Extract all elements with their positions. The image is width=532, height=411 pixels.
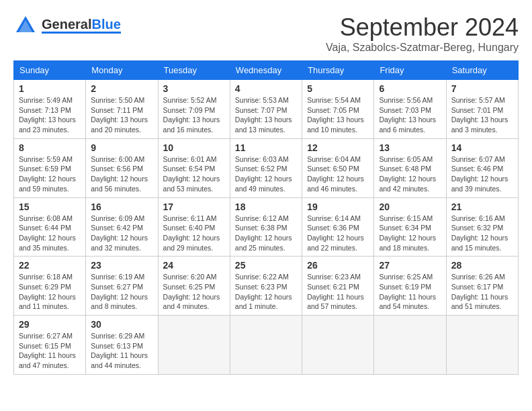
calendar-cell: 28Sunrise: 6:26 AM Sunset: 6:17 PM Dayli… [446, 257, 518, 316]
day-number: 1 [19, 83, 81, 94]
calendar-cell: 30Sunrise: 6:29 AM Sunset: 6:13 PM Dayli… [86, 316, 158, 375]
calendar-cell: 13Sunrise: 6:05 AM Sunset: 6:48 PM Dayli… [374, 138, 446, 197]
day-number: 22 [19, 260, 81, 271]
header-monday: Monday [86, 61, 158, 80]
calendar-cell: 22Sunrise: 6:18 AM Sunset: 6:29 PM Dayli… [14, 257, 86, 316]
calendar-cell: 1Sunrise: 5:49 AM Sunset: 7:13 PM Daylig… [14, 80, 86, 139]
logo-underline [42, 32, 121, 34]
calendar-row: 1Sunrise: 5:49 AM Sunset: 7:13 PM Daylig… [14, 80, 519, 139]
calendar-cell [302, 316, 374, 375]
day-info: Sunrise: 6:14 AM Sunset: 6:36 PM Dayligh… [307, 214, 369, 253]
day-number: 15 [19, 201, 81, 212]
calendar-cell [158, 316, 230, 375]
calendar-row: 22Sunrise: 6:18 AM Sunset: 6:29 PM Dayli… [14, 257, 519, 316]
calendar-cell: 25Sunrise: 6:22 AM Sunset: 6:23 PM Dayli… [230, 257, 302, 316]
day-number: 26 [307, 260, 369, 271]
day-info: Sunrise: 5:50 AM Sunset: 7:11 PM Dayligh… [91, 95, 152, 135]
day-info: Sunrise: 6:16 AM Sunset: 6:32 PM Dayligh… [451, 214, 513, 253]
calendar-cell: 27Sunrise: 6:25 AM Sunset: 6:19 PM Dayli… [374, 257, 446, 316]
day-info: Sunrise: 6:12 AM Sunset: 6:38 PM Dayligh… [235, 214, 297, 253]
page-header: GeneralBlue September 2024 Vaja, Szabolc… [13, 13, 519, 54]
day-number: 25 [235, 260, 297, 271]
day-info: Sunrise: 6:19 AM Sunset: 6:27 PM Dayligh… [91, 272, 152, 312]
calendar-row: 15Sunrise: 6:08 AM Sunset: 6:44 PM Dayli… [14, 197, 519, 257]
day-number: 4 [235, 83, 297, 94]
day-number: 20 [379, 201, 441, 212]
calendar-row: 8Sunrise: 5:59 AM Sunset: 6:59 PM Daylig… [14, 138, 519, 197]
day-info: Sunrise: 6:15 AM Sunset: 6:34 PM Dayligh… [379, 214, 441, 253]
day-info: Sunrise: 5:56 AM Sunset: 7:03 PM Dayligh… [379, 95, 441, 135]
header-tuesday: Tuesday [158, 61, 230, 80]
day-number: 11 [235, 142, 297, 153]
calendar-cell: 4Sunrise: 5:53 AM Sunset: 7:07 PM Daylig… [230, 80, 302, 139]
day-info: Sunrise: 6:04 AM Sunset: 6:50 PM Dayligh… [307, 154, 369, 194]
logo-general-text: General [42, 17, 91, 32]
day-info: Sunrise: 6:22 AM Sunset: 6:23 PM Dayligh… [235, 272, 297, 312]
calendar-cell: 12Sunrise: 6:04 AM Sunset: 6:50 PM Dayli… [302, 138, 374, 197]
day-info: Sunrise: 6:23 AM Sunset: 6:21 PM Dayligh… [307, 272, 369, 312]
day-info: Sunrise: 6:09 AM Sunset: 6:42 PM Dayligh… [91, 214, 152, 253]
calendar-cell: 19Sunrise: 6:14 AM Sunset: 6:36 PM Dayli… [302, 197, 374, 257]
day-info: Sunrise: 5:52 AM Sunset: 7:09 PM Dayligh… [163, 95, 225, 135]
calendar-cell: 16Sunrise: 6:09 AM Sunset: 6:42 PM Dayli… [86, 197, 158, 257]
header-wednesday: Wednesday [230, 61, 302, 80]
calendar-cell: 8Sunrise: 5:59 AM Sunset: 6:59 PM Daylig… [14, 138, 86, 197]
calendar-cell: 21Sunrise: 6:16 AM Sunset: 6:32 PM Dayli… [446, 197, 518, 257]
month-title: September 2024 [326, 13, 519, 42]
day-number: 17 [163, 201, 225, 212]
day-number: 29 [19, 319, 81, 330]
calendar-cell: 20Sunrise: 6:15 AM Sunset: 6:34 PM Dayli… [374, 197, 446, 257]
calendar-cell: 7Sunrise: 5:57 AM Sunset: 7:01 PM Daylig… [446, 80, 518, 139]
calendar-cell: 5Sunrise: 5:54 AM Sunset: 7:05 PM Daylig… [302, 80, 374, 139]
day-info: Sunrise: 6:18 AM Sunset: 6:29 PM Dayligh… [19, 272, 81, 312]
header-sunday: Sunday [14, 61, 86, 80]
calendar-cell: 6Sunrise: 5:56 AM Sunset: 7:03 PM Daylig… [374, 80, 446, 139]
day-info: Sunrise: 5:59 AM Sunset: 6:59 PM Dayligh… [19, 154, 81, 194]
logo-icon [13, 13, 38, 38]
day-info: Sunrise: 6:11 AM Sunset: 6:40 PM Dayligh… [163, 214, 225, 253]
day-number: 10 [163, 142, 225, 153]
weekday-header-row: Sunday Monday Tuesday Wednesday Thursday… [14, 61, 519, 80]
day-number: 16 [91, 201, 152, 212]
calendar-cell: 3Sunrise: 5:52 AM Sunset: 7:09 PM Daylig… [158, 80, 230, 139]
day-number: 5 [307, 83, 369, 94]
calendar-cell: 14Sunrise: 6:07 AM Sunset: 6:46 PM Dayli… [446, 138, 518, 197]
calendar-cell: 26Sunrise: 6:23 AM Sunset: 6:21 PM Dayli… [302, 257, 374, 316]
day-info: Sunrise: 6:03 AM Sunset: 6:52 PM Dayligh… [235, 154, 297, 194]
calendar-cell: 10Sunrise: 6:01 AM Sunset: 6:54 PM Dayli… [158, 138, 230, 197]
calendar-cell [446, 316, 518, 375]
logo: GeneralBlue [13, 13, 121, 38]
calendar-cell: 9Sunrise: 6:00 AM Sunset: 6:56 PM Daylig… [86, 138, 158, 197]
calendar-cell: 24Sunrise: 6:20 AM Sunset: 6:25 PM Dayli… [158, 257, 230, 316]
day-number: 12 [307, 142, 369, 153]
day-info: Sunrise: 6:01 AM Sunset: 6:54 PM Dayligh… [163, 154, 225, 194]
day-number: 6 [379, 83, 441, 94]
calendar-cell: 15Sunrise: 6:08 AM Sunset: 6:44 PM Dayli… [14, 197, 86, 257]
day-info: Sunrise: 5:53 AM Sunset: 7:07 PM Dayligh… [235, 95, 297, 135]
day-info: Sunrise: 5:57 AM Sunset: 7:01 PM Dayligh… [451, 95, 513, 135]
day-number: 7 [451, 83, 513, 94]
title-section: September 2024 Vaja, Szabolcs-Szatmar-Be… [326, 13, 519, 54]
day-info: Sunrise: 6:27 AM Sunset: 6:15 PM Dayligh… [19, 331, 81, 371]
day-info: Sunrise: 6:07 AM Sunset: 6:46 PM Dayligh… [451, 154, 513, 194]
day-number: 3 [163, 83, 225, 94]
day-number: 23 [91, 260, 152, 271]
day-number: 21 [451, 201, 513, 212]
day-info: Sunrise: 6:26 AM Sunset: 6:17 PM Dayligh… [451, 272, 513, 312]
day-info: Sunrise: 6:20 AM Sunset: 6:25 PM Dayligh… [163, 272, 225, 312]
day-number: 27 [379, 260, 441, 271]
day-info: Sunrise: 6:25 AM Sunset: 6:19 PM Dayligh… [379, 272, 441, 312]
day-number: 19 [307, 201, 369, 212]
location-subtitle: Vaja, Szabolcs-Szatmar-Bereg, Hungary [326, 42, 519, 54]
header-saturday: Saturday [446, 61, 518, 80]
calendar-cell: 11Sunrise: 6:03 AM Sunset: 6:52 PM Dayli… [230, 138, 302, 197]
calendar-row: 29Sunrise: 6:27 AM Sunset: 6:15 PM Dayli… [14, 316, 519, 375]
calendar-cell [230, 316, 302, 375]
day-info: Sunrise: 6:08 AM Sunset: 6:44 PM Dayligh… [19, 214, 81, 253]
calendar-cell: 17Sunrise: 6:11 AM Sunset: 6:40 PM Dayli… [158, 197, 230, 257]
day-number: 8 [19, 142, 81, 153]
day-number: 9 [91, 142, 152, 153]
day-info: Sunrise: 5:49 AM Sunset: 7:13 PM Dayligh… [19, 95, 81, 135]
day-number: 18 [235, 201, 297, 212]
calendar-table: Sunday Monday Tuesday Wednesday Thursday… [13, 60, 519, 375]
